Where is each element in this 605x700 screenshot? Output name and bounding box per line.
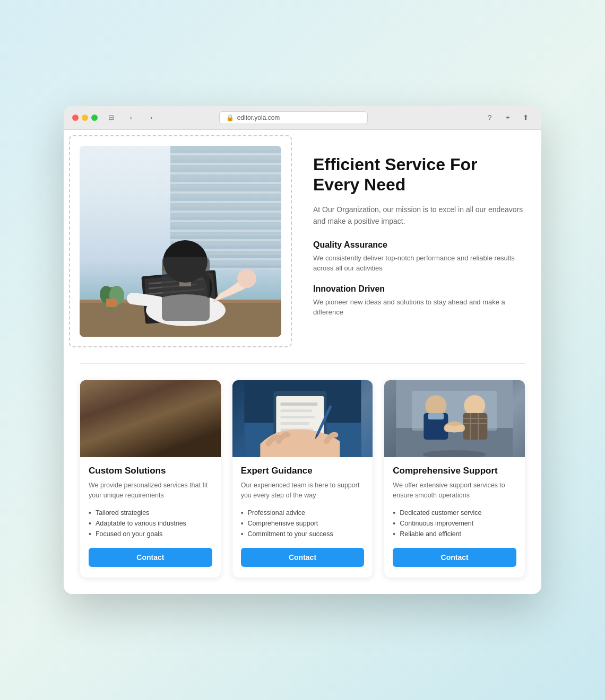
traffic-lights xyxy=(72,115,98,121)
svg-rect-32 xyxy=(280,402,317,406)
card-2-illustration xyxy=(232,380,373,457)
svg-rect-35 xyxy=(280,422,309,425)
card-expert-guidance: Expert Guidance Our experienced team is … xyxy=(232,380,374,579)
hero-section: Efficient Service For Every Need At Our … xyxy=(80,146,525,337)
card-1-list: Tailored strategies Adaptable to various… xyxy=(89,508,212,539)
back-button[interactable]: ‹ xyxy=(124,112,138,123)
list-item: Reliable and efficient xyxy=(393,529,516,539)
card-2-desc: Our experienced team is here to support … xyxy=(241,480,365,501)
page-content: Efficient Service For Every Need At Our … xyxy=(64,130,541,594)
feature-quality-title: Quality Assurance xyxy=(313,240,525,250)
card-3-desc: We offer extensive support services to e… xyxy=(393,480,516,501)
cards-section: Custom Solutions We provide personalized… xyxy=(80,380,525,579)
card-2-list: Professional advice Comprehensive suppor… xyxy=(241,508,365,539)
list-item: Focused on your goals xyxy=(89,529,212,539)
card-1-title: Custom Solutions xyxy=(89,466,212,476)
url-text: editor.yola.com xyxy=(237,114,280,121)
svg-rect-25 xyxy=(148,426,154,430)
card-2-contact-button[interactable]: Contact xyxy=(241,548,365,567)
svg-rect-46 xyxy=(463,413,488,440)
svg-rect-21 xyxy=(149,415,172,433)
hero-text: Efficient Service For Every Need At Our … xyxy=(302,154,525,328)
card-1-image xyxy=(80,380,221,457)
feature-innovation: Innovation Driven We pioneer new ideas a… xyxy=(313,284,525,318)
sidebar-toggle-button[interactable]: ⊟ xyxy=(104,112,118,123)
browser-actions: ? + ⬆ xyxy=(483,112,533,123)
card-3-illustration xyxy=(384,380,525,457)
svg-rect-44 xyxy=(428,413,444,419)
list-item: Professional advice xyxy=(241,508,365,518)
hero-image xyxy=(80,146,281,337)
svg-rect-34 xyxy=(280,416,315,418)
list-item: Tailored strategies xyxy=(89,508,212,518)
list-item: Commitment to your success xyxy=(241,529,365,539)
list-item: Comprehensive support xyxy=(241,518,365,529)
feature-quality: Quality Assurance We consistently delive… xyxy=(313,240,525,274)
svg-rect-33 xyxy=(280,409,312,412)
svg-rect-16 xyxy=(106,299,117,307)
card-2-body: Expert Guidance Our experienced team is … xyxy=(232,457,373,578)
svg-point-8 xyxy=(237,269,256,288)
card-1-body: Custom Solutions We provide personalized… xyxy=(80,457,221,578)
svg-rect-12 xyxy=(162,257,210,321)
svg-point-20 xyxy=(149,398,172,421)
browser-window: ⊟ ‹ › 🔒 editor.yola.com ? + ⬆ xyxy=(64,106,541,594)
feature-innovation-title: Innovation Driven xyxy=(313,284,525,294)
list-item: Adaptable to various industries xyxy=(89,518,212,529)
card-3-contact-button[interactable]: Contact xyxy=(393,548,516,567)
svg-rect-17 xyxy=(92,380,209,457)
card-3-body: Comprehensive Support We offer extensive… xyxy=(384,457,525,578)
maximize-button[interactable] xyxy=(91,115,98,121)
new-tab-button[interactable]: + xyxy=(501,112,515,123)
office-scene-graphic xyxy=(80,146,281,337)
address-bar[interactable]: 🔒 editor.yola.com xyxy=(219,111,368,124)
list-item: Dedicated customer service xyxy=(393,508,516,518)
hero-subtitle: At Our Organization, our mission is to e… xyxy=(313,204,525,228)
feature-quality-desc: We consistently deliver top-notch perfor… xyxy=(313,253,525,274)
svg-rect-19 xyxy=(92,428,209,430)
forward-button[interactable]: › xyxy=(144,112,158,123)
minimize-button[interactable] xyxy=(82,115,88,121)
card-3-list: Dedicated customer service Continuous im… xyxy=(393,508,516,539)
list-item: Continuous improvement xyxy=(393,518,516,529)
card-1-illustration xyxy=(80,380,221,457)
card-3-image xyxy=(384,380,525,457)
svg-rect-18 xyxy=(92,428,209,457)
section-divider xyxy=(80,363,525,364)
lock-icon: 🔒 xyxy=(226,114,234,121)
card-1-contact-button[interactable]: Contact xyxy=(89,548,212,567)
card-1-desc: We provide personalized services that fi… xyxy=(89,480,212,501)
svg-rect-23 xyxy=(120,430,154,453)
close-button[interactable] xyxy=(72,115,79,121)
browser-chrome: ⊟ ‹ › 🔒 editor.yola.com ? + ⬆ xyxy=(64,106,541,130)
share-button[interactable]: ⬆ xyxy=(519,112,533,123)
card-custom-solutions: Custom Solutions We provide personalized… xyxy=(80,380,221,579)
svg-rect-22 xyxy=(112,426,157,456)
card-3-title: Comprehensive Support xyxy=(393,466,516,476)
help-button[interactable]: ? xyxy=(483,112,497,123)
card-2-title: Expert Guidance xyxy=(241,466,365,476)
hero-title: Efficient Service For Every Need xyxy=(313,154,525,195)
card-comprehensive-support: Comprehensive Support We offer extensive… xyxy=(384,380,525,579)
hero-image-container xyxy=(80,146,281,337)
svg-rect-26 xyxy=(100,423,109,444)
person-illustration xyxy=(80,146,281,337)
card-2-image xyxy=(232,380,373,457)
feature-innovation-desc: We pioneer new ideas and solutions to st… xyxy=(313,297,525,318)
svg-rect-24 xyxy=(168,422,175,440)
svg-rect-27 xyxy=(103,423,113,444)
